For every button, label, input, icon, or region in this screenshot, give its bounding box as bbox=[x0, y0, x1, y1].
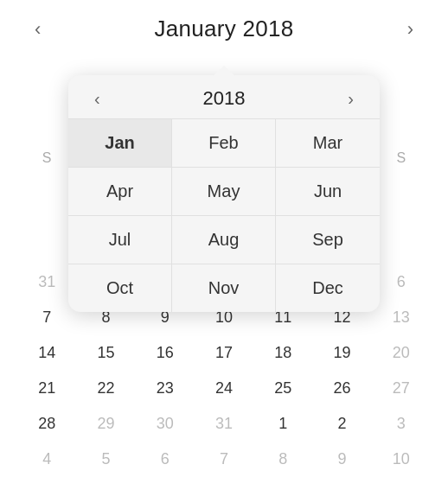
calendar-day-cell[interactable]: 4 bbox=[17, 445, 76, 474]
calendar-day-cell[interactable]: 19 bbox=[312, 339, 371, 367]
picker-month-cell[interactable]: Jul bbox=[68, 216, 172, 264]
picker-month-cell[interactable]: Oct bbox=[68, 264, 172, 312]
calendar-day-cell[interactable]: 14 bbox=[17, 339, 76, 367]
calendar-day-cell[interactable]: 22 bbox=[76, 374, 135, 403]
month-picker: ‹ 2018 › JanFebMarAprMayJunJulAugSepOctN… bbox=[68, 75, 380, 312]
calendar-day-cell[interactable]: 18 bbox=[253, 339, 312, 367]
calendar-day-cell[interactable]: 27 bbox=[372, 374, 431, 403]
calendar-day-cell[interactable]: 16 bbox=[136, 339, 195, 367]
calendar-week-row: 14151617181920 bbox=[17, 335, 431, 371]
calendar-day-cell[interactable]: 25 bbox=[253, 374, 312, 403]
calendar-day-cell[interactable]: 30 bbox=[136, 410, 195, 438]
calendar-day-cell[interactable]: 9 bbox=[312, 445, 371, 474]
calendar-day-cell[interactable]: 23 bbox=[136, 374, 195, 403]
calendar-header: ‹ January 2018 › bbox=[9, 0, 439, 51]
calendar-day-cell[interactable]: 17 bbox=[195, 339, 253, 367]
picker-month-cell[interactable]: Jan bbox=[68, 119, 172, 168]
picker-next-year-button[interactable]: › bbox=[339, 88, 362, 109]
calendar-day-cell[interactable]: 13 bbox=[372, 303, 431, 332]
picker-year-label: 2018 bbox=[203, 87, 246, 110]
calendar-day-cell[interactable]: 7 bbox=[195, 445, 253, 474]
calendar-week-row: 45678910 bbox=[17, 442, 431, 477]
calendar-week-row: 21222324252627 bbox=[17, 371, 431, 406]
picker-month-cell[interactable]: Aug bbox=[172, 216, 276, 264]
picker-month-cell[interactable]: Jun bbox=[276, 168, 380, 216]
calendar-day-cell[interactable]: 5 bbox=[76, 445, 135, 474]
calendar-day-cell[interactable]: 2 bbox=[312, 410, 371, 438]
calendar-day-cell[interactable]: 10 bbox=[372, 445, 431, 474]
calendar-day-cell[interactable]: 8 bbox=[253, 445, 312, 474]
calendar-week-row: 28293031123 bbox=[17, 406, 431, 442]
picker-months-grid: JanFebMarAprMayJunJulAugSepOctNovDec bbox=[68, 119, 380, 312]
calendar-day-cell[interactable]: 6 bbox=[136, 445, 195, 474]
calendar-day-cell[interactable]: 3 bbox=[372, 410, 431, 438]
calendar-title: January 2018 bbox=[154, 16, 293, 42]
picker-month-cell[interactable]: Feb bbox=[172, 119, 276, 168]
calendar-day-cell[interactable]: 26 bbox=[312, 374, 371, 403]
picker-month-cell[interactable]: Sep bbox=[276, 216, 380, 264]
picker-month-cell[interactable]: Nov bbox=[172, 264, 276, 312]
picker-year-row: ‹ 2018 › bbox=[68, 75, 380, 119]
calendar-day-cell[interactable]: 20 bbox=[372, 339, 431, 367]
prev-month-button[interactable]: ‹ bbox=[26, 16, 49, 42]
picker-month-cell[interactable]: Mar bbox=[276, 119, 380, 168]
calendar-day-cell[interactable]: 31 bbox=[195, 410, 253, 438]
picker-month-cell[interactable]: Dec bbox=[276, 264, 380, 312]
picker-prev-year-button[interactable]: ‹ bbox=[86, 88, 109, 109]
calendar-day-cell[interactable]: 1 bbox=[253, 410, 312, 438]
calendar-day-cell[interactable]: 15 bbox=[76, 339, 135, 367]
calendar-day-cell[interactable]: 21 bbox=[17, 374, 76, 403]
calendar-day-cell[interactable]: 29 bbox=[76, 410, 135, 438]
calendar-day-cell[interactable]: 6 bbox=[372, 268, 431, 296]
calendar: ‹ January 2018 › SMTWTFS 311234567891011… bbox=[0, 0, 448, 477]
calendar-day-cell[interactable]: 24 bbox=[195, 374, 253, 403]
calendar-day-cell[interactable]: 28 bbox=[17, 410, 76, 438]
picker-month-cell[interactable]: Apr bbox=[68, 168, 172, 216]
picker-month-cell[interactable]: May bbox=[172, 168, 276, 216]
calendar-grid: SMTWTFS 31123456789101112131415161718192… bbox=[9, 51, 439, 477]
day-header-cell: S bbox=[372, 145, 431, 169]
next-month-button[interactable]: › bbox=[399, 16, 422, 42]
